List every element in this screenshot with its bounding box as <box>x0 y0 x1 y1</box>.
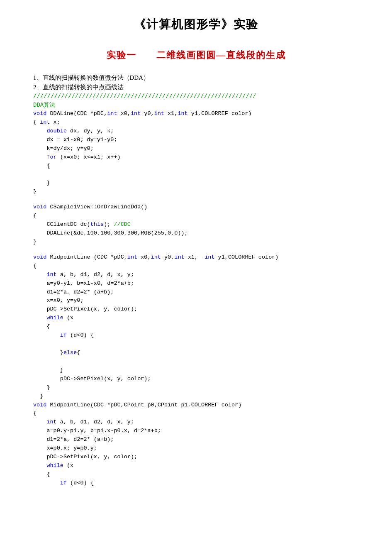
code-block-midpoint1: void MidpointLine (CDC *pDC,int x0,int y… <box>33 253 359 488</box>
divider-comment: ////////////////////////////////////////… <box>33 93 359 100</box>
code-block-csample: void CSample1View::OnDrawLineDda() { CCl… <box>33 203 359 247</box>
section-title: 实验一 二维线画图圆—直线段的生成 <box>33 49 359 61</box>
page-title: 《计算机图形学》实验 <box>33 17 359 32</box>
algo-label: DDA算法 <box>33 101 359 109</box>
desc2: 2、直线的扫描转换的中点画线法 <box>33 83 359 91</box>
desc1: 1、直线的扫描转换的数值微分法（DDA） <box>33 74 359 82</box>
code-block-dda: void DDALine(CDC *pDC,int x0,int y0,int … <box>33 110 359 196</box>
